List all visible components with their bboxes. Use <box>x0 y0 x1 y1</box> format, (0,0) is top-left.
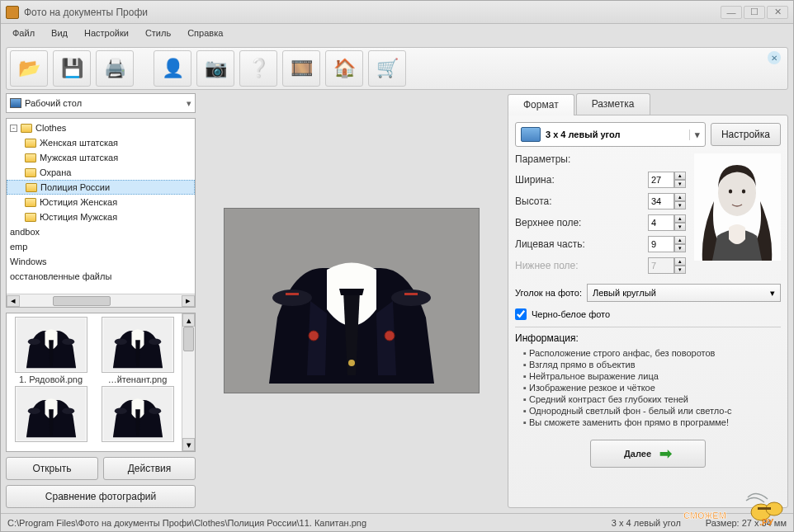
height-spinner[interactable]: ▴▾ <box>648 193 686 210</box>
format-settings-button[interactable]: Настройка <box>711 123 781 146</box>
tree-item[interactable]: Полиция России <box>7 180 195 195</box>
tree-item[interactable]: andbox <box>7 224 195 239</box>
statusbar: C:\Program Files\Фото на документы Профи… <box>1 513 793 531</box>
svg-point-7 <box>27 407 40 414</box>
tool-person[interactable]: 👤 <box>154 50 191 87</box>
preview-area <box>201 93 503 508</box>
svg-point-11 <box>149 407 161 414</box>
tool-help[interactable]: ❔ <box>239 50 277 87</box>
menu-help[interactable]: Справка <box>181 26 229 40</box>
root-location-combo[interactable]: Рабочий стол ▾ <box>6 93 196 113</box>
svg-point-8 <box>62 407 74 414</box>
toolbar-close-icon[interactable]: ✕ <box>768 51 781 64</box>
tool-open[interactable]: 📂 <box>10 50 48 87</box>
menu-file[interactable]: Файл <box>6 26 41 40</box>
folder-icon <box>21 124 32 133</box>
top-spinner[interactable]: ▴▾ <box>648 214 686 231</box>
menu-settings[interactable]: Настройки <box>78 26 135 40</box>
tree-item[interactable]: Женская штатская <box>7 135 195 150</box>
svg-point-13 <box>272 290 312 306</box>
status-size: Размер: 27 x 34 мм <box>706 518 787 528</box>
folder-icon <box>26 183 37 192</box>
svg-point-5 <box>149 338 161 345</box>
menu-style[interactable]: Стиль <box>139 26 177 40</box>
folder-icon <box>25 198 36 207</box>
svg-point-2 <box>62 338 74 345</box>
tree-item[interactable]: осстановленные файлы <box>7 269 195 284</box>
app-icon <box>6 6 19 19</box>
tree-item[interactable]: emp <box>7 239 195 254</box>
chevron-down-icon: ▾ <box>770 288 775 299</box>
tree-item[interactable]: -Clothes <box>7 120 195 135</box>
svg-rect-15 <box>286 293 299 295</box>
status-format: 3 x 4 левый угол <box>612 518 681 528</box>
folder-icon <box>25 168 36 177</box>
compare-button[interactable]: Сравнение фотографий <box>6 485 196 508</box>
window-title: Фото на документы Профи <box>24 7 721 18</box>
toolbar: 📂 💾 🖨️ 👤 📷 ❔ 🎞️ 🏠 🛒 ✕ <box>6 47 788 90</box>
svg-rect-16 <box>404 293 418 295</box>
chevron-down-icon: ▾ <box>187 98 191 109</box>
tree-item[interactable]: Юстиция Женская <box>7 195 195 210</box>
tool-print[interactable]: 🖨️ <box>96 50 134 87</box>
svg-point-18 <box>309 331 319 341</box>
monitor-icon <box>10 98 21 108</box>
status-path: C:\Program Files\Фото на документы Профи… <box>7 518 587 528</box>
menubar: Файл Вид Настройки Стиль Справка <box>1 24 793 42</box>
info-list: Расположение строго анфас, без поворотов… <box>515 347 781 428</box>
next-button[interactable]: Далее ➡ <box>590 440 706 468</box>
bw-checkbox[interactable] <box>515 308 527 320</box>
params-title: Параметры: <box>515 153 686 165</box>
tab-format[interactable]: Формат <box>508 94 574 115</box>
tree-item[interactable]: Юстиция Мужская <box>7 210 195 224</box>
bw-label: Черно-белое фото <box>532 309 610 319</box>
thumbs-vscrollbar[interactable]: ▴▾ <box>182 313 195 451</box>
tool-camera[interactable]: 📷 <box>196 50 234 87</box>
tool-film[interactable]: 🎞️ <box>282 50 320 87</box>
tree-item[interactable]: Мужская штатская <box>7 150 195 165</box>
actions-button[interactable]: Действия <box>103 457 196 480</box>
corner-select[interactable]: Левый круглый▾ <box>587 284 781 302</box>
thumbnail[interactable] <box>10 386 92 444</box>
thumbnail[interactable] <box>97 386 178 444</box>
tool-cart[interactable]: 🛒 <box>368 50 406 87</box>
format-name-label: 3 x 4 левый угол <box>546 129 620 139</box>
thumbnail[interactable]: 1. Рядовой.png <box>10 317 92 384</box>
thumbnail-grid[interactable]: 1. Рядовой.png…йтенант.png <box>7 313 182 451</box>
tree-hscrollbar[interactable]: ◂▸ <box>7 294 195 307</box>
close-button[interactable]: ✕ <box>767 6 788 19</box>
format-combo[interactable]: 3 x 4 левый угол ▾ <box>515 122 706 147</box>
folder-icon <box>25 139 36 148</box>
folder-icon <box>25 153 36 162</box>
width-spinner[interactable]: ▴▾ <box>648 172 686 188</box>
tab-layout[interactable]: Разметка <box>576 93 650 115</box>
svg-point-23 <box>742 189 745 193</box>
root-location-label: Рабочий стол <box>25 98 82 108</box>
svg-point-22 <box>729 189 732 193</box>
face-spinner[interactable]: ▴▾ <box>648 236 686 252</box>
tool-save[interactable]: 💾 <box>53 50 91 87</box>
svg-point-14 <box>391 290 431 306</box>
tree-item[interactable]: Windows <box>7 254 195 269</box>
folder-icon <box>25 213 36 222</box>
menu-view[interactable]: Вид <box>45 26 74 40</box>
maximize-button[interactable]: ☐ <box>744 6 765 19</box>
corner-label: Уголок на фото: <box>515 288 582 298</box>
svg-point-19 <box>385 331 395 341</box>
info-title: Информация: <box>515 332 781 344</box>
bottom-spinner: ▴▾ <box>648 257 686 274</box>
format-icon <box>521 127 541 142</box>
svg-point-4 <box>114 338 126 345</box>
tree-item[interactable]: Охрана <box>7 165 195 180</box>
thumbnail[interactable]: …йтенант.png <box>97 317 178 384</box>
preview-image <box>224 208 480 393</box>
svg-point-17 <box>348 360 355 366</box>
chevron-down-icon: ▾ <box>689 129 700 140</box>
titlebar: Фото на документы Профи — ☐ ✕ <box>1 1 793 24</box>
tool-home[interactable]: 🏠 <box>325 50 363 87</box>
minimize-button[interactable]: — <box>721 6 742 19</box>
open-button[interactable]: Открыть <box>6 457 98 480</box>
arrow-right-icon: ➡ <box>659 445 672 463</box>
folder-tree[interactable]: -ClothesЖенская штатскаяМужская штатская… <box>7 119 195 294</box>
svg-point-10 <box>114 407 126 414</box>
